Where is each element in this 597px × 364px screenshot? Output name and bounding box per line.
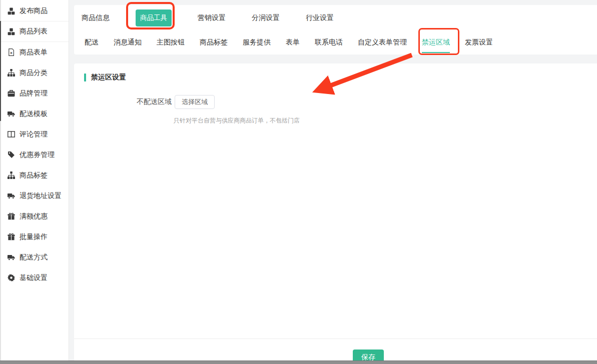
helper-text: 只针对平台自营与供应商商品订单，不包括门店 [174, 116, 597, 125]
sidebar-item-2[interactable]: x商品表单 [0, 42, 69, 62]
secondary-tab-4[interactable]: 服务提供 [243, 38, 271, 48]
section-header: 禁运区设置 [84, 73, 597, 82]
sidebar-item-5[interactable]: 配送模板 [0, 104, 69, 124]
secondary-tab-7[interactable]: 自定义表单管理 [358, 38, 407, 48]
sidebar-item-label: 批量操作 [20, 232, 48, 242]
secondary-tab-2[interactable]: 主图按钮 [157, 38, 185, 48]
field-label: 不配送区域 [137, 98, 172, 106]
sitemap-icon [8, 69, 15, 76]
footer-bar: 保存 [74, 338, 597, 360]
truck-icon [8, 254, 15, 261]
sidebar-item-6[interactable]: 评论管理 [0, 124, 69, 144]
secondary-tab-1[interactable]: 消息通知 [114, 38, 142, 48]
sidebar-item-7[interactable]: 优惠券管理 [0, 144, 69, 165]
section-title: 禁运区设置 [91, 73, 126, 82]
primary-tab-0[interactable]: 商品信息 [82, 14, 110, 22]
sidebar-item-label: 配送模板 [20, 110, 48, 118]
gear-icon [8, 274, 15, 282]
sidebar-item-label: 品牌管理 [20, 89, 48, 98]
briefcase-icon [8, 90, 15, 97]
sidebar-item-label: 优惠券管理 [20, 150, 55, 160]
columns-icon [8, 130, 15, 138]
sidebar-item-9[interactable]: 退货地址设置 [0, 186, 69, 206]
secondary-tab-bar: 配送消息通知主图按钮商品标签服务提供表单联系电话自定义表单管理禁运区域发票设置 [74, 31, 597, 54]
primary-tab-1[interactable]: 商品工具 [136, 10, 172, 26]
sidebar-item-8[interactable]: 商品标签 [0, 165, 69, 186]
save-button[interactable]: 保存 [353, 350, 384, 360]
sidebar-item-3[interactable]: 商品分类 [0, 62, 69, 83]
horizontal-scrollbar-track[interactable] [0, 360, 597, 364]
sidebar-item-label: 配送方式 [20, 253, 48, 262]
app-window: 发布商品商品列表x商品表单商品分类品牌管理配送模板评论管理优惠券管理商品标签退货… [0, 0, 597, 364]
secondary-tab-3[interactable]: 商品标签 [200, 38, 228, 48]
sidebar-item-13[interactable]: 基础设置 [0, 268, 69, 288]
sidebar-item-10[interactable]: 满额优惠 [0, 206, 69, 226]
sidebar-item-1[interactable]: 商品列表 [0, 22, 69, 42]
secondary-tab-9[interactable]: 发票设置 [465, 38, 493, 48]
sidebar-item-12[interactable]: 配送方式 [0, 247, 69, 268]
secondary-tab-5[interactable]: 表单 [286, 38, 300, 48]
sidebar-item-label: 评论管理 [20, 130, 48, 139]
sidebar-item-label: 商品表单 [20, 48, 48, 57]
tag-icon [8, 151, 15, 158]
primary-tab-2[interactable]: 营销设置 [198, 14, 226, 22]
sidebar-item-label: 商品标签 [20, 171, 48, 180]
file-excel-icon: x [8, 48, 15, 56]
sitemap-icon [8, 172, 15, 179]
section-accent-bar-icon [84, 74, 86, 82]
primary-tab-4[interactable]: 行业设置 [306, 14, 334, 22]
primary-tab-3[interactable]: 分润设置 [252, 14, 280, 22]
cubes-icon [8, 28, 15, 36]
secondary-tab-6[interactable]: 联系电话 [315, 38, 343, 48]
sidebar-item-label: 满额优惠 [20, 212, 48, 221]
cubes-icon [8, 8, 15, 15]
horizontal-scrollbar-thumb[interactable] [0, 360, 597, 364]
truck-icon [8, 192, 15, 200]
no-delivery-region-row: 不配送区域 选择区域 [137, 95, 597, 109]
sidebar-item-label: 发布商品 [20, 6, 48, 16]
content-card: 禁运区设置 不配送区域 选择区域 只针对平台自营与供应商商品订单，不包括门店 保… [74, 64, 597, 360]
sidebar-scrollbar-thumb[interactable] [0, 21, 1, 121]
gift-icon [8, 233, 15, 240]
sidebar-item-label: 退货地址设置 [20, 192, 62, 200]
sidebar-item-0[interactable]: 发布商品 [0, 1, 69, 22]
tabs-card: 商品信息商品工具营销设置分润设置行业设置 配送消息通知主图按钮商品标签服务提供表… [74, 5, 597, 54]
svg-text:x: x [10, 50, 13, 55]
secondary-tab-8[interactable]: 禁运区域 [422, 38, 450, 48]
gift-icon [8, 212, 15, 220]
secondary-tab-0[interactable]: 配送 [85, 38, 99, 48]
primary-tab-bar: 商品信息商品工具营销设置分润设置行业设置 [74, 5, 597, 31]
sidebar-item-4[interactable]: 品牌管理 [0, 83, 69, 104]
sidebar-item-11[interactable]: 批量操作 [0, 226, 69, 247]
sidebar-item-label: 商品列表 [20, 27, 48, 36]
truck-icon [8, 110, 15, 118]
sidebar-item-label: 基础设置 [20, 274, 48, 282]
select-region-button[interactable]: 选择区域 [175, 95, 215, 109]
sidebar-item-label: 商品分类 [20, 68, 48, 78]
sidebar: 发布商品商品列表x商品表单商品分类品牌管理配送模板评论管理优惠券管理商品标签退货… [0, 0, 69, 360]
